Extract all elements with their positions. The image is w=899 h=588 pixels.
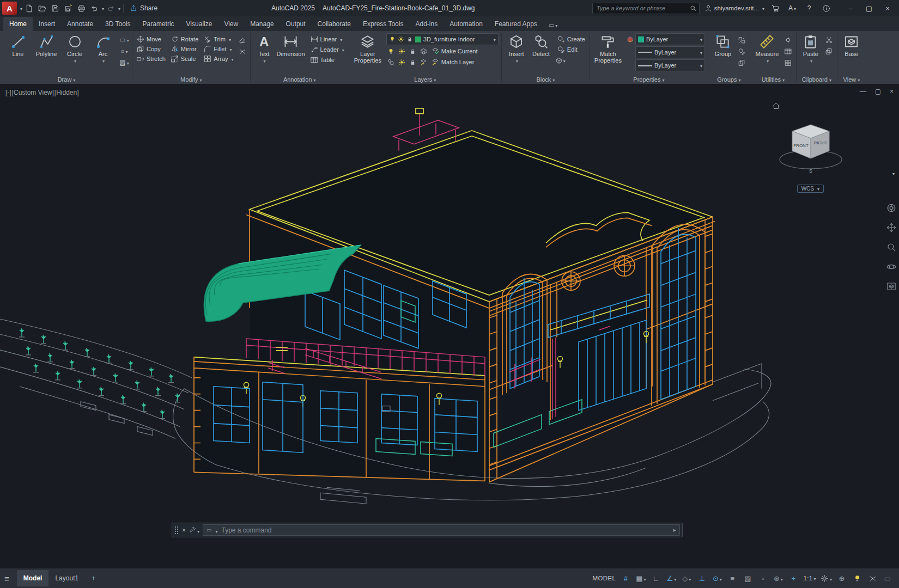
ortho-mode-toggle[interactable]: ∟ <box>649 571 663 585</box>
copy-clip-button[interactable] <box>824 46 834 56</box>
viewport-view-control[interactable]: [Custom View] <box>12 89 54 96</box>
open-button[interactable] <box>35 2 48 15</box>
clean-screen-button[interactable]: ▭ <box>880 571 895 585</box>
ribbon-tab-parametric[interactable]: Parametric <box>137 17 180 31</box>
recent-commands-icon[interactable]: ▭ <box>206 527 211 533</box>
command-customize-button[interactable] <box>189 525 199 535</box>
orbit-button[interactable] <box>886 262 896 274</box>
new-layout-button[interactable]: + <box>85 570 102 586</box>
ribbon-tab-add-ins[interactable]: Add-ins <box>409 17 444 31</box>
copy-button[interactable]: Copy <box>135 45 167 53</box>
layer-walk-button[interactable] <box>386 57 396 67</box>
model-space-canvas[interactable]: [-] [Custom View] [Hidden] — ▢ × FRONT R… <box>0 84 899 568</box>
object-snap-toggle[interactable]: ⊙ <box>710 571 724 585</box>
base-view-button[interactable]: Base <box>840 33 863 57</box>
command-line-close-button[interactable]: × <box>182 526 186 534</box>
layer-select[interactable]: 3D_furniture-indoor <box>386 33 499 45</box>
panel-label-utilities[interactable]: Utilities <box>750 75 796 84</box>
ribbon-tab-3d-tools[interactable]: 3D Tools <box>99 17 136 31</box>
save-button[interactable] <box>48 2 62 15</box>
wcs-menu-button[interactable]: WCS <box>797 185 824 193</box>
snap-mode-toggle[interactable]: ▦ <box>634 571 648 585</box>
object-snap-3d-toggle[interactable]: ⊛ <box>771 571 785 585</box>
ribbon-tab-featured-apps[interactable]: Featured Apps <box>489 17 543 31</box>
cut-button[interactable] <box>824 35 834 45</box>
drawing-restore-button[interactable]: ▢ <box>875 88 881 95</box>
save-as-button[interactable] <box>62 2 75 15</box>
minimize-button[interactable]: – <box>841 1 860 16</box>
layer-off-button[interactable] <box>386 46 396 56</box>
lineweight-select[interactable]: ByLayer <box>635 59 705 71</box>
layer-unlock-button[interactable] <box>419 46 429 56</box>
erase-button[interactable] <box>238 35 247 45</box>
panel-label-annotation[interactable]: Annotation <box>251 75 349 84</box>
redo-button[interactable] <box>104 2 117 15</box>
lineweight-toggle[interactable]: ≡ <box>725 571 739 585</box>
pan-button[interactable] <box>886 223 896 235</box>
navbar-collapse-button[interactable] <box>891 170 895 176</box>
group-selection-toggle[interactable] <box>737 58 747 68</box>
ribbon-tab-annotate[interactable]: Annotate <box>61 17 99 31</box>
viewport-visual-style-control[interactable]: [Hidden] <box>54 89 79 96</box>
ungroup-button[interactable] <box>737 35 747 45</box>
help-button[interactable]: ? <box>803 4 815 12</box>
linear-dimension-button[interactable]: Linear <box>309 35 346 44</box>
panel-label-block[interactable]: Block <box>502 75 590 84</box>
panel-label-view[interactable]: View <box>837 75 866 84</box>
command-line-grip[interactable] <box>174 526 179 535</box>
full-navigation-wheel-button[interactable] <box>886 203 896 215</box>
layer-merge-button[interactable] <box>419 57 429 67</box>
viewcube-south-label[interactable]: S <box>809 168 812 174</box>
mirror-button[interactable]: Mirror <box>169 45 200 53</box>
text-button[interactable]: AText <box>253 33 275 64</box>
command-input[interactable] <box>221 526 671 535</box>
isolate-objects-button[interactable] <box>850 571 864 585</box>
line-button[interactable]: Line <box>4 33 32 57</box>
panel-label-draw[interactable]: Draw <box>1 75 132 84</box>
match-properties-button[interactable]: Match Properties <box>593 33 623 64</box>
account-button[interactable]: shiyamdev.srit... <box>704 4 764 12</box>
leader-button[interactable]: Leader <box>309 45 346 54</box>
ribbon-tab-insert[interactable]: Insert <box>33 17 61 31</box>
layer-properties-button[interactable]: Layer Properties <box>352 33 384 64</box>
zoom-extents-button[interactable] <box>886 242 896 254</box>
rotate-button[interactable]: Rotate <box>169 35 200 44</box>
ribbon-tab-output[interactable]: Output <box>280 17 312 31</box>
fillet-button[interactable]: Fillet <box>202 45 235 53</box>
ribbon-tab-collaborate[interactable]: Collaborate <box>312 17 357 31</box>
ribbon-tab-express-tools[interactable]: Express Tools <box>357 17 409 31</box>
id-point-button[interactable] <box>783 35 793 45</box>
paste-button[interactable]: Paste <box>799 33 822 64</box>
viewcube-home-button[interactable] <box>772 102 780 112</box>
panel-label-groups[interactable]: Groups <box>708 75 750 84</box>
object-color-select[interactable]: ByLayer <box>635 33 705 45</box>
recent-commands-chevron-icon[interactable] <box>214 525 217 535</box>
dimension-button[interactable]: Dimension <box>275 33 307 57</box>
measure-button[interactable]: Measure <box>753 33 781 64</box>
viewport-control-minus[interactable]: [-] <box>5 89 11 96</box>
panel-label-clipboard[interactable]: Clipboard <box>797 75 837 84</box>
circle-button[interactable]: Circle <box>60 33 89 64</box>
model-tab[interactable]: Model <box>17 570 49 586</box>
show-motion-button[interactable] <box>886 281 896 293</box>
match-layer-button[interactable]: Match Layer <box>430 58 476 66</box>
hamburger-menu-button[interactable]: ≡ <box>4 574 9 583</box>
object-snap-tracking-toggle[interactable]: ⊥ <box>695 571 709 585</box>
group-button[interactable]: Group <box>711 33 735 57</box>
drawing-close-button[interactable]: × <box>890 88 894 95</box>
ribbon-tab-automation[interactable]: Automation <box>444 17 489 31</box>
array-button[interactable]: Array <box>202 54 235 63</box>
ribbon-tab-home[interactable]: Home <box>3 17 33 31</box>
graphics-performance-button[interactable] <box>865 571 879 585</box>
table-button[interactable]: Table <box>309 56 346 64</box>
ribbon-tab-manage[interactable]: Manage <box>244 17 280 31</box>
panel-label-properties[interactable]: Properties <box>590 75 708 84</box>
annotation-monitor-button[interactable]: ⊕ <box>835 571 849 585</box>
viewcube[interactable]: FRONT RIGHT S <box>777 116 846 176</box>
linetype-select[interactable]: ByLayer <box>635 46 705 58</box>
quick-calculator-button[interactable] <box>783 46 793 56</box>
assistant-button[interactable] <box>820 4 832 13</box>
ellipse-button[interactable]: ○ <box>119 46 129 56</box>
make-current-button[interactable]: Make Current <box>430 47 479 56</box>
autodesk-apps-button[interactable]: A <box>786 4 798 12</box>
